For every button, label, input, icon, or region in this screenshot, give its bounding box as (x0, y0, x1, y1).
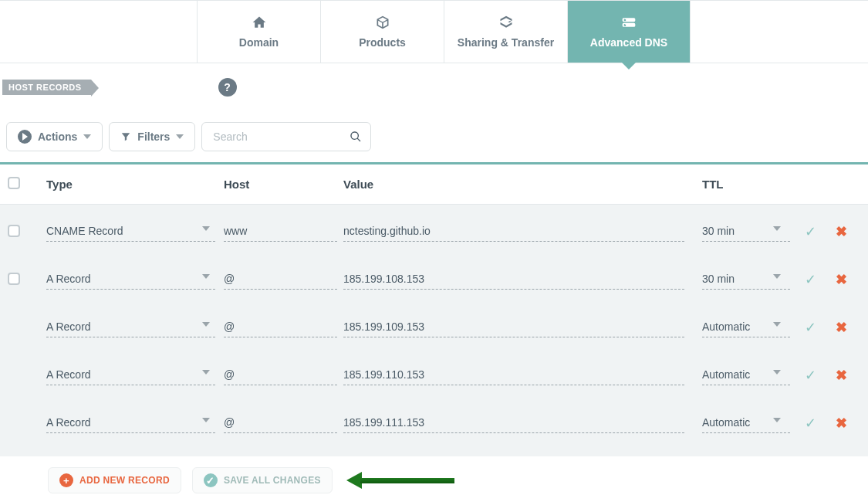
chevron-down-icon[interactable] (202, 322, 210, 327)
tab-advanced-dns[interactable]: Advanced DNS (567, 1, 691, 63)
ttl-field[interactable] (702, 222, 790, 242)
table-body: ✓✖✓✖✓✖✓✖✓✖ (0, 205, 868, 456)
table-footer: + ADD NEW RECORD ✓ SAVE ALL CHANGES (0, 456, 868, 495)
tab-label: Domain (239, 36, 279, 49)
transfer-icon (497, 15, 515, 30)
add-record-button[interactable]: + ADD NEW RECORD (48, 467, 181, 493)
value-field[interactable] (343, 317, 684, 337)
select-all-checkbox[interactable] (8, 177, 20, 189)
tab-sharing-transfer[interactable]: Sharing & Transfer (444, 1, 567, 63)
home-icon (250, 15, 269, 30)
tab-label: Sharing & Transfer (458, 36, 554, 49)
chevron-down-icon[interactable] (202, 370, 210, 375)
box-icon (373, 15, 392, 30)
table-row: ✓✖ (0, 256, 868, 303)
type-field[interactable] (46, 222, 215, 242)
chevron-down-icon[interactable] (773, 370, 781, 375)
table-row: ✓✖ (0, 351, 868, 399)
host-field[interactable] (224, 222, 337, 242)
delete-row-button[interactable]: ✖ (826, 223, 856, 240)
plus-icon: + (59, 473, 73, 487)
row-checkbox[interactable] (8, 273, 20, 285)
arrow-annotation-icon (346, 473, 454, 487)
host-field[interactable] (224, 365, 337, 385)
chevron-down-icon (176, 134, 184, 139)
table-row: ✓✖ (0, 399, 868, 447)
host-field[interactable] (224, 317, 337, 337)
chevron-down-icon[interactable] (773, 274, 781, 279)
toolbar: Actions Filters (0, 102, 868, 162)
chevron-down-icon (83, 134, 91, 139)
table-header: Type Host Value TTL (0, 164, 868, 205)
col-value: Value (343, 178, 702, 191)
value-field[interactable] (343, 365, 684, 385)
delete-row-button[interactable]: ✖ (826, 271, 856, 288)
confirm-row-button[interactable]: ✓ (795, 223, 826, 240)
filters-button[interactable]: Filters (109, 122, 195, 151)
host-field[interactable] (224, 413, 337, 433)
search-icon[interactable] (350, 131, 362, 143)
save-all-button[interactable]: ✓ SAVE ALL CHANGES (192, 467, 333, 493)
ttl-field[interactable] (702, 317, 790, 337)
chevron-down-icon[interactable] (773, 322, 781, 327)
type-field[interactable] (46, 365, 215, 385)
actions-label: Actions (38, 131, 77, 143)
check-icon: ✓ (204, 473, 218, 487)
type-field[interactable] (46, 317, 215, 337)
ttl-field[interactable] (702, 413, 790, 433)
tab-label: Products (359, 36, 406, 49)
chevron-down-icon[interactable] (773, 418, 781, 422)
tab-products[interactable]: Products (320, 1, 444, 63)
section-title: HOST RECORDS (2, 80, 91, 95)
chevron-down-icon[interactable] (202, 226, 210, 231)
value-field[interactable] (343, 413, 684, 433)
actions-button[interactable]: Actions (6, 122, 103, 151)
chevron-down-icon[interactable] (202, 418, 210, 422)
col-ttl: TTL (702, 178, 795, 191)
tab-domain[interactable]: Domain (197, 1, 320, 63)
col-type: Type (46, 178, 224, 191)
delete-row-button[interactable]: ✖ (826, 319, 856, 336)
type-field[interactable] (46, 413, 215, 433)
type-field[interactable] (46, 270, 215, 290)
top-tabs: Domain Products Sharing & Transfer Advan… (0, 0, 868, 63)
table-row: ✓✖ (0, 303, 868, 351)
save-all-label: SAVE ALL CHANGES (224, 475, 321, 486)
filters-label: Filters (137, 131, 170, 143)
confirm-row-button[interactable]: ✓ (795, 415, 826, 432)
delete-row-button[interactable]: ✖ (826, 367, 856, 384)
search-box (201, 122, 371, 151)
table-row: ✓✖ (0, 208, 868, 256)
search-input[interactable] (201, 122, 371, 151)
tab-label: Advanced DNS (590, 36, 667, 49)
records-table: Type Host Value TTL ✓✖✓✖✓✖✓✖✓✖ (0, 162, 868, 456)
value-field[interactable] (343, 270, 684, 290)
confirm-row-button[interactable]: ✓ (795, 271, 826, 288)
chevron-down-icon[interactable] (202, 274, 210, 279)
row-checkbox[interactable] (8, 225, 20, 237)
host-field[interactable] (224, 270, 337, 290)
section-header: HOST RECORDS ? (0, 73, 868, 102)
ttl-field[interactable] (702, 365, 790, 385)
col-host: Host (224, 178, 343, 191)
confirm-row-button[interactable]: ✓ (795, 319, 826, 336)
help-icon[interactable]: ? (218, 78, 237, 97)
delete-row-button[interactable]: ✖ (826, 415, 856, 432)
chevron-down-icon[interactable] (773, 226, 781, 231)
funnel-icon (120, 131, 131, 142)
add-record-label: ADD NEW RECORD (79, 475, 170, 486)
ttl-field[interactable] (702, 270, 790, 290)
server-icon (620, 15, 638, 30)
play-icon (18, 130, 32, 144)
value-field[interactable] (343, 222, 684, 242)
confirm-row-button[interactable]: ✓ (795, 367, 826, 384)
